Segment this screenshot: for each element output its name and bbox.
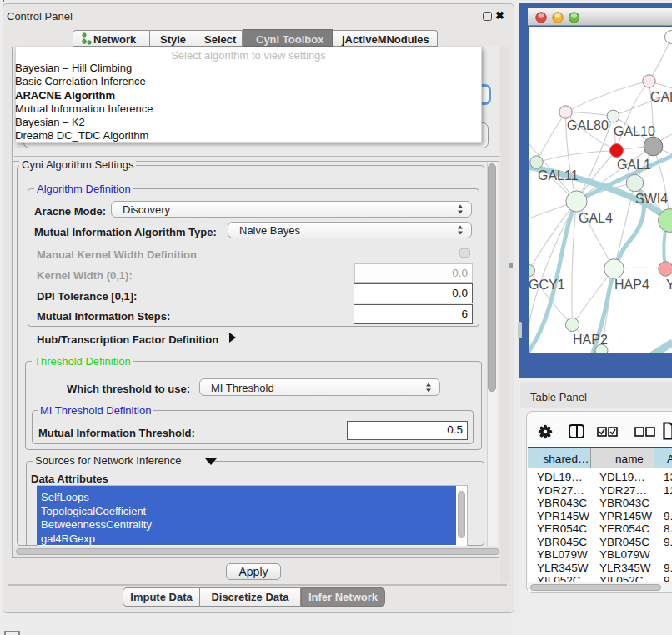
svg-text:Y: Y: [666, 278, 672, 292]
svg-text:GAL1: GAL1: [617, 158, 651, 172]
svg-text:SWI4: SWI4: [635, 192, 668, 206]
svg-text:GAL: GAL: [650, 90, 672, 104]
svg-text:GCY1: GCY1: [529, 278, 565, 292]
svg-text:GAL4: GAL4: [579, 211, 613, 225]
svg-text:GAL11: GAL11: [538, 168, 579, 182]
svg-text:GAL80: GAL80: [567, 118, 609, 132]
svg-text:GAL10: GAL10: [614, 124, 655, 138]
svg-text:HAP2: HAP2: [573, 332, 608, 347]
svg-text:HAP4: HAP4: [614, 278, 649, 292]
